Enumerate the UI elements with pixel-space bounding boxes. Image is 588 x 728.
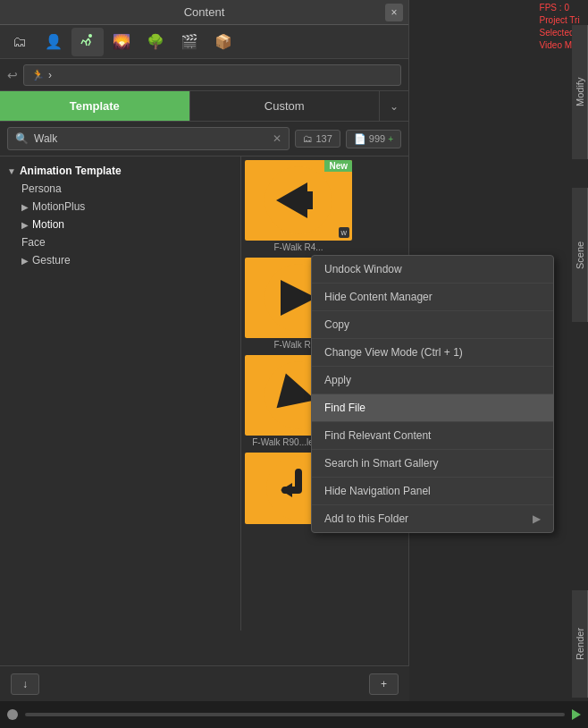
scrubber-handle[interactable] (7, 709, 18, 720)
ctx-change-view-mode[interactable]: Change View Mode (Ctrl + 1) (312, 339, 553, 367)
panel-title: Content (184, 5, 225, 19)
add-button[interactable]: + (369, 673, 399, 695)
tree-item-motionplus[interactable]: ▶ MotionPlus (0, 198, 240, 216)
fps-line1: FPS : 0 (540, 2, 584, 14)
tree-item-animation-template[interactable]: ▼ Animation Template (0, 162, 240, 180)
scrubber-area (0, 701, 588, 728)
tree-item-gesture[interactable]: ▶ Gesture (0, 251, 240, 269)
search-input[interactable] (34, 132, 267, 145)
render-label[interactable]: Render (572, 590, 588, 698)
ctx-find-relevant-content[interactable]: Find Relevant Content (312, 422, 553, 450)
gesture-arrow: ▶ (21, 256, 29, 266)
ctx-hide-content-manager[interactable]: Hide Content Manager (312, 284, 553, 311)
box-tab-icon[interactable]: 📦 (207, 28, 239, 56)
tree-tab-icon[interactable]: 🌳 (139, 28, 172, 56)
thumb-label-1: F-Walk R4... (245, 241, 352, 254)
modify-label[interactable]: Modify (572, 25, 588, 159)
file-count-value: 999 (369, 133, 385, 144)
scene-label[interactable]: Scene (572, 188, 588, 322)
tree-item-persona[interactable]: Persona (0, 180, 240, 198)
ctx-add-to-folder-arrow: ▶ (533, 512, 541, 525)
file-count-icon: 📄 (354, 133, 366, 145)
folder-count-badge[interactable]: 🗂 137 (295, 130, 340, 148)
svg-rect-3 (307, 191, 313, 209)
search-icon: 🔍 (15, 132, 29, 145)
bottom-bar: ↓ + (0, 665, 409, 701)
tree-panel: ▼ Animation Template Persona ▶ MotionPlu… (0, 157, 241, 631)
run-tab-icon[interactable] (71, 28, 104, 56)
folder-tab-icon[interactable]: 🗂 (4, 28, 36, 56)
ctx-apply[interactable]: Apply (312, 367, 553, 394)
thumbnail-fwalk-r4[interactable]: New w F-Walk R4... (245, 160, 352, 254)
scrubber-bar[interactable] (25, 713, 565, 716)
ctx-add-to-folder[interactable]: Add to this Folder ▶ (312, 505, 553, 532)
back-button[interactable]: ↩ (7, 68, 18, 82)
breadcrumb-area: ↩ 🏃 › (0, 59, 408, 91)
tree-item-face[interactable]: Face (0, 233, 240, 251)
landscape-tab-icon[interactable]: 🌄 (105, 28, 138, 56)
file-count-badge[interactable]: 📄 999 + (346, 130, 401, 148)
play-button[interactable] (572, 709, 581, 720)
custom-tab[interactable]: Custom (190, 91, 381, 121)
breadcrumb-icon: 🏃 (31, 69, 45, 81)
tab-bar: Template Custom ⌄ (0, 91, 408, 122)
motion-arrow: ▶ (21, 220, 29, 230)
ctx-find-file[interactable]: Find File (312, 394, 553, 422)
template-tab[interactable]: Template (0, 91, 190, 121)
film-tab-icon[interactable]: 🎬 (173, 28, 206, 56)
expand-arrow: ▼ (7, 166, 16, 176)
context-menu: Undock Window Hide Content Manager Copy … (311, 255, 554, 533)
svg-point-0 (88, 34, 92, 38)
breadcrumb-arrow: › (48, 69, 52, 81)
folder-count-icon: 🗂 (303, 133, 313, 144)
icon-toolbar: 🗂 👤 🌄 🌳 🎬 📦 (0, 25, 408, 59)
motionplus-arrow: ▶ (21, 202, 29, 212)
ctx-search-smart-gallery[interactable]: Search in Smart Gallery (312, 450, 553, 478)
tab-dropdown-button[interactable]: ⌄ (380, 91, 408, 121)
folder-count-value: 137 (315, 133, 332, 144)
search-box[interactable]: 🔍 ✕ (7, 127, 290, 150)
new-badge-1: New (324, 160, 352, 172)
panel-header: Content × (0, 0, 408, 25)
search-input-area: 🔍 ✕ 🗂 137 📄 999 + (0, 122, 408, 157)
breadcrumb-path[interactable]: 🏃 › (23, 64, 401, 86)
tree-item-motion[interactable]: ▶ Motion (0, 216, 240, 233)
search-clear-button[interactable]: ✕ (273, 132, 281, 145)
download-button[interactable]: ↓ (11, 673, 39, 695)
panel-close-button[interactable]: × (385, 4, 403, 21)
ctx-copy[interactable]: Copy (312, 311, 553, 339)
ctx-undock-window[interactable]: Undock Window (312, 256, 553, 284)
ctx-hide-navigation-panel[interactable]: Hide Navigation Panel (312, 478, 553, 505)
file-count-plus: + (388, 134, 393, 144)
person-tab-icon[interactable]: 👤 (38, 28, 70, 56)
